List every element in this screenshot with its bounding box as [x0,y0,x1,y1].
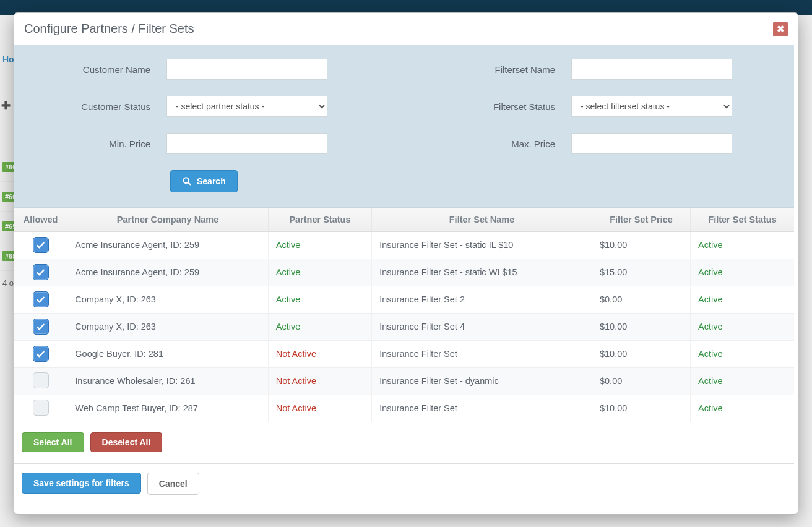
filterset-status-value: Active [698,376,723,386]
cell-partner-status: Active [268,286,371,313]
deselect-all-button[interactable]: Deselect All [90,432,163,452]
cell-filterset-name: Insurance Filter Set [372,340,592,367]
cell-filterset-price: $0.00 [592,367,690,395]
cell-partner-status: Not Active [268,367,371,395]
cell-filterset-name: Insurance Filter Set [372,395,592,422]
partner-status-value: Not Active [276,403,316,413]
cell-partner-status: Active [268,231,371,259]
cancel-label: Cancel [159,479,188,489]
cell-filterset-price: $0.00 [592,286,690,313]
filterset-status-value: Active [698,322,723,332]
partner-status-value: Active [276,267,301,277]
table-row: Company X, ID: 263ActiveInsurance Filter… [14,286,794,313]
cell-allowed [14,286,67,313]
cell-partner-name: Acme Insurance Agent, ID: 259 [67,231,268,259]
cell-allowed [14,259,67,286]
cell-partner-name: Company X, ID: 263 [67,286,268,313]
max-price-input[interactable] [571,133,732,154]
cell-filterset-price: $10.00 [592,395,690,422]
table-row: Insurance Wholesaler, ID: 261Not ActiveI… [14,367,794,395]
check-icon [36,322,45,332]
allowed-checkbox[interactable] [33,291,49,307]
cell-filterset-price: $15.00 [592,259,690,286]
check-icon [36,295,45,304]
cancel-button[interactable]: Cancel [147,473,199,495]
filterset-name-label: Filterset Name [429,64,571,75]
configure-partners-modal: Configure Partners / Filter Sets ✖ Custo… [14,12,798,515]
cell-partner-status: Active [268,313,371,340]
customer-status-label: Customer Status [24,101,166,112]
allowed-checkbox[interactable] [33,237,49,253]
min-price-label: Min. Price [24,139,166,149]
allowed-checkbox[interactable] [33,400,49,416]
bulk-actions-row: Select All Deselect All [14,422,794,463]
svg-line-1 [188,182,191,185]
cell-filterset-name: Insurance Filter Set - static WI $15 [372,259,592,286]
customer-name-label: Customer Name [24,64,166,75]
cell-filterset-price: $10.00 [592,340,690,367]
results-table: Allowed Partner Company Name Partner Sta… [14,208,794,422]
cell-filterset-status: Active [691,259,794,286]
cell-filterset-status: Active [691,395,794,422]
save-settings-button[interactable]: Save settings for filters [22,473,141,494]
cell-filterset-status: Active [691,286,794,313]
filterset-status-value: Active [698,349,723,359]
cell-filterset-status: Active [691,313,794,340]
col-header-filterset-status: Filter Set Status [691,208,794,231]
filterset-status-value: Active [698,294,723,304]
modal-body-scroll[interactable]: Customer Name Filterset Name Customer St… [14,45,798,514]
customer-name-input[interactable] [166,59,327,80]
filterset-status-value: Active [698,240,723,250]
partner-status-value: Active [276,322,301,332]
cell-partner-name: Web Camp Test Buyer, ID: 287 [67,395,268,422]
deselect-all-label: Deselect All [102,437,151,447]
cell-filterset-price: $10.00 [592,231,690,259]
cell-partner-name: Insurance Wholesaler, ID: 261 [67,367,268,395]
cell-filterset-name: Insurance Filter Set - static IL $10 [372,231,592,259]
cell-partner-status: Not Active [268,340,371,367]
save-settings-label: Save settings for filters [33,478,129,488]
search-button[interactable]: Search [170,170,238,192]
col-header-partner-status: Partner Status [268,208,371,231]
allowed-checkbox[interactable] [33,264,49,280]
filterset-status-label: Filterset Status [429,101,571,112]
cell-filterset-price: $10.00 [592,313,690,340]
cell-partner-status: Active [268,259,371,286]
cell-partner-name: Company X, ID: 263 [67,313,268,340]
allowed-checkbox[interactable] [33,372,49,388]
cell-partner-status: Not Active [268,395,371,422]
table-row: Google Buyer, ID: 281Not ActiveInsurance… [14,340,794,367]
select-all-button[interactable]: Select All [22,432,84,452]
table-row: Acme Insurance Agent, ID: 259ActiveInsur… [14,231,794,259]
check-icon [36,349,45,359]
modal-title: Configure Partners / Filter Sets [24,22,194,36]
svg-point-0 [183,178,189,183]
col-header-allowed: Allowed [14,208,67,231]
cell-allowed [14,395,67,422]
allowed-checkbox[interactable] [33,319,49,335]
modal-header: Configure Partners / Filter Sets ✖ [14,13,798,45]
allowed-checkbox[interactable] [33,346,49,362]
close-icon: ✖ [777,24,785,35]
filterset-status-value: Active [698,403,723,413]
table-row: Web Camp Test Buyer, ID: 287Not ActiveIn… [14,395,794,422]
search-filter-area: Customer Name Filterset Name Customer St… [14,45,794,208]
col-header-filterset-name: Filter Set Name [372,208,592,231]
close-button[interactable]: ✖ [773,22,788,36]
min-price-input[interactable] [166,133,327,154]
col-header-filterset-price: Filter Set Price [592,208,690,231]
col-header-partner: Partner Company Name [67,208,268,231]
customer-status-select[interactable]: - select partner status - [166,96,327,117]
cell-allowed [14,340,67,367]
search-icon [182,176,192,186]
select-all-label: Select All [33,437,72,447]
cell-allowed [14,313,67,340]
filterset-status-select[interactable]: - select filterset status - [571,96,732,117]
partner-status-value: Active [276,294,301,304]
cell-partner-name: Google Buyer, ID: 281 [67,340,268,367]
filterset-name-input[interactable] [571,59,732,80]
partner-status-value: Active [276,240,301,250]
cell-filterset-status: Active [691,367,794,395]
modal-panel: Customer Name Filterset Name Customer St… [14,45,794,514]
table-row: Company X, ID: 263ActiveInsurance Filter… [14,313,794,340]
